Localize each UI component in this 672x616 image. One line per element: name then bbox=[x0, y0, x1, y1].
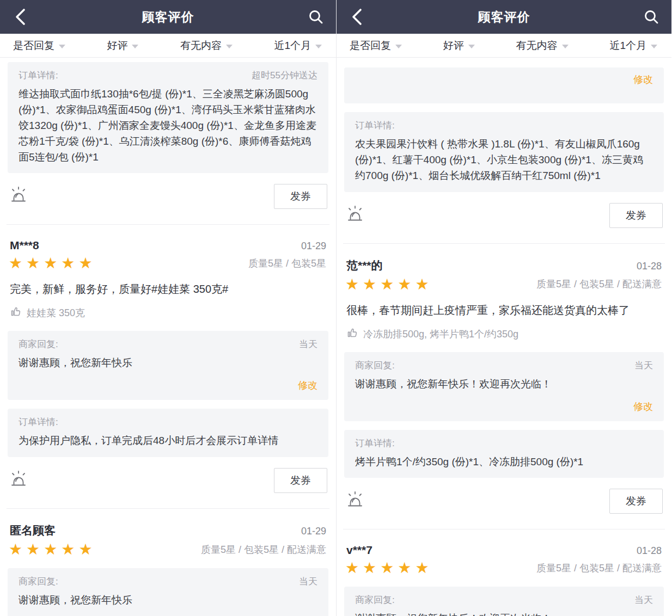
star-rating: ★★★★★ bbox=[345, 275, 433, 293]
modify-reply-link[interactable]: 修改 bbox=[355, 73, 653, 86]
overtime-badge: 超时55分钟送达 bbox=[252, 69, 317, 82]
review-text: 很棒，春节期间赶上疫情严重，家乐福还能送货真的太棒了 bbox=[346, 302, 662, 318]
review-date: 01-29 bbox=[301, 526, 326, 537]
review-card-partial: 订单详情: 超时55分钟送达 维达抽取式面巾纸130抽*6包/提 (份)*1、三… bbox=[8, 62, 328, 225]
filter-label: 好评 bbox=[107, 39, 127, 53]
order-items-text: 为保护用户隐私，订单完成后48小时后才会展示订单详情 bbox=[19, 433, 317, 449]
review-card-partial: 修改 订单详情: 农夫果园果汁饮料 ( 热带水果 )1.8L (份)*1、有友山… bbox=[344, 67, 664, 244]
order-items-text: 维达抽取式面巾纸130抽*6包/提 (份)*1、三全凌黑芝麻汤圆500g (份)… bbox=[19, 87, 317, 165]
chevron-down-icon bbox=[132, 45, 138, 48]
review-card: M***8 01-29 ★★★★★ 质量5星 / 包装5星 完美，新鲜，服务好，… bbox=[8, 239, 328, 509]
search-icon[interactable] bbox=[308, 8, 324, 26]
rating-detail: 质量5星 / 包装5星 bbox=[248, 257, 326, 270]
order-details-label: 订单详情: bbox=[19, 416, 317, 428]
review-list: 订单详情: 超时55分钟送达 维达抽取式面巾纸130抽*6包/提 (份)*1、三… bbox=[0, 58, 336, 616]
app-header: 顾客评价 bbox=[0, 0, 336, 34]
filter-bar: 是否回复 好评 有无内容 近1个月 bbox=[0, 34, 336, 58]
divider bbox=[7, 224, 329, 225]
issue-coupon-button[interactable]: 发券 bbox=[609, 489, 663, 514]
thumbs-up-icon bbox=[10, 306, 21, 320]
filter-rating[interactable]: 好评 bbox=[443, 39, 475, 53]
back-icon[interactable] bbox=[349, 8, 365, 26]
reply-time: 当天 bbox=[299, 338, 317, 350]
review-card: 匿名顾客 01-29 ★★★★★ 质量5星 / 包装5星 / 配送满意 商家回复… bbox=[8, 523, 328, 616]
chevron-down-icon bbox=[226, 45, 233, 48]
praised-item-tag: 娃娃菜 350克 bbox=[27, 306, 85, 319]
filter-time-range[interactable]: 近1个月 bbox=[609, 39, 657, 53]
star-rating: ★★★★★ bbox=[9, 540, 96, 558]
divider bbox=[343, 243, 665, 244]
filter-reply-status[interactable]: 是否回复 bbox=[350, 39, 402, 53]
merchant-reply-label: 商家回复: bbox=[19, 575, 58, 588]
order-details-label: 订单详情: bbox=[19, 69, 58, 82]
modify-reply-link[interactable]: 修改 bbox=[19, 379, 317, 392]
review-list: 修改 订单详情: 农夫果园果汁饮料 ( 热带水果 )1.8L (份)*1、有友山… bbox=[337, 58, 671, 616]
divider bbox=[7, 508, 329, 509]
alarm-icon[interactable] bbox=[9, 470, 28, 491]
filter-rating[interactable]: 好评 bbox=[107, 39, 138, 53]
modify-reply-link[interactable]: 修改 bbox=[355, 400, 653, 413]
rating-detail: 质量5星 / 包装5星 / 配送满意 bbox=[536, 562, 662, 575]
left-screen: 顾客评价 是否回复 好评 有无内容 近1个月 bbox=[0, 0, 336, 616]
order-items-text: 烤半片鸭1个/约350g (份)*1、冷冻肋排500g (份)*1 bbox=[355, 454, 653, 470]
order-details-box: 订单详情: 超时55分钟送达 维达抽取式面巾纸130抽*6包/提 (份)*1、三… bbox=[8, 62, 328, 173]
merchant-reply-box-partial: 修改 bbox=[344, 67, 664, 103]
merchant-reply-text: 谢谢惠顾，祝您新年快乐！欢迎再次光临！ bbox=[355, 377, 653, 392]
divider bbox=[343, 529, 665, 529]
merchant-reply-text: 谢谢惠顾，祝您新年快乐 bbox=[19, 355, 317, 371]
review-date: 01-28 bbox=[637, 261, 662, 272]
praised-item-tag: 冷冻肋排500g, 烤半片鸭1个/约350g bbox=[363, 328, 518, 341]
filter-label: 是否回复 bbox=[13, 39, 54, 53]
merchant-reply-label: 商家回复: bbox=[19, 338, 58, 350]
filter-label: 近1个月 bbox=[274, 39, 311, 53]
app: 顾客评价 是否回复 好评 有无内容 近1个月 bbox=[0, 0, 672, 616]
filter-has-content[interactable]: 有无内容 bbox=[516, 39, 569, 53]
order-items-text: 农夫果园果汁饮料 ( 热带水果 )1.8L (份)*1、有友山椒凤爪160g (… bbox=[355, 137, 653, 184]
chevron-down-icon bbox=[395, 45, 402, 48]
back-icon[interactable] bbox=[12, 8, 28, 26]
issue-coupon-button[interactable]: 发券 bbox=[274, 184, 327, 209]
filter-label: 近1个月 bbox=[609, 39, 646, 53]
merchant-reply-label: 商家回复: bbox=[355, 359, 395, 372]
review-card: 范***的 01-28 ★★★★★ 质量5星 / 包装5星 / 配送满意 很棒，… bbox=[344, 258, 664, 530]
merchant-reply-box: 商家回复: 当天 谢谢惠顾，祝您新年快乐！欢迎再次光临！ 修改 bbox=[344, 352, 664, 421]
chevron-down-icon bbox=[59, 45, 65, 48]
page-title: 顾客评价 bbox=[337, 9, 671, 26]
merchant-reply-label: 商家回复: bbox=[355, 594, 395, 606]
merchant-reply-text: 谢谢惠顾，祝您新年快乐！欢迎再次光临！ bbox=[355, 611, 653, 616]
rating-detail: 质量5星 / 包装5星 / 配送满意 bbox=[536, 278, 662, 291]
review-text: 完美，新鲜，服务好，质量好#娃娃菜 350克# bbox=[10, 281, 326, 297]
issue-coupon-button[interactable]: 发券 bbox=[274, 468, 327, 493]
alarm-icon[interactable] bbox=[9, 186, 28, 207]
filter-time-range[interactable]: 近1个月 bbox=[274, 39, 322, 53]
review-date: 01-29 bbox=[301, 241, 326, 252]
star-rating: ★★★★★ bbox=[345, 559, 433, 577]
reply-time: 当天 bbox=[299, 575, 317, 588]
filter-label: 是否回复 bbox=[350, 39, 391, 53]
rating-detail: 质量5星 / 包装5星 / 配送满意 bbox=[201, 543, 326, 556]
chevron-down-icon bbox=[315, 45, 322, 48]
merchant-reply-box: 商家回复: 当天 谢谢惠顾，祝您新年快乐 修改 bbox=[8, 568, 328, 616]
reviewer-name: M***8 bbox=[10, 239, 39, 252]
review-date: 01-28 bbox=[637, 545, 662, 557]
thumbs-up-icon bbox=[346, 327, 358, 341]
reply-time: 当天 bbox=[634, 359, 653, 372]
reviewer-name: v***7 bbox=[346, 544, 372, 557]
chevron-down-icon bbox=[651, 45, 657, 48]
star-rating: ★★★★★ bbox=[9, 254, 96, 272]
filter-label: 好评 bbox=[443, 39, 464, 53]
alarm-icon[interactable] bbox=[345, 490, 365, 512]
issue-coupon-button[interactable]: 发券 bbox=[609, 203, 663, 228]
filter-has-content[interactable]: 有无内容 bbox=[180, 39, 233, 53]
filter-label: 有无内容 bbox=[180, 39, 222, 53]
search-icon[interactable] bbox=[643, 8, 659, 26]
merchant-reply-text: 谢谢惠顾，祝您新年快乐 bbox=[19, 593, 317, 608]
order-details-box: 订单详情: 为保护用户隐私，订单完成后48小时后才会展示订单详情 bbox=[8, 409, 328, 457]
order-details-box: 订单详情: 烤半片鸭1个/约350g (份)*1、冷冻肋排500g (份)*1 bbox=[344, 430, 664, 478]
chevron-down-icon bbox=[562, 45, 569, 48]
merchant-reply-box: 商家回复: 当天 谢谢惠顾，祝您新年快乐！欢迎再次光临！ 修改 bbox=[344, 587, 664, 616]
reviewer-name: 匿名顾客 bbox=[10, 523, 56, 538]
filter-reply-status[interactable]: 是否回复 bbox=[13, 39, 65, 53]
right-screen: 顾客评价 是否回复 好评 有无内容 近1个月 bbox=[336, 0, 671, 616]
alarm-icon[interactable] bbox=[345, 205, 365, 226]
